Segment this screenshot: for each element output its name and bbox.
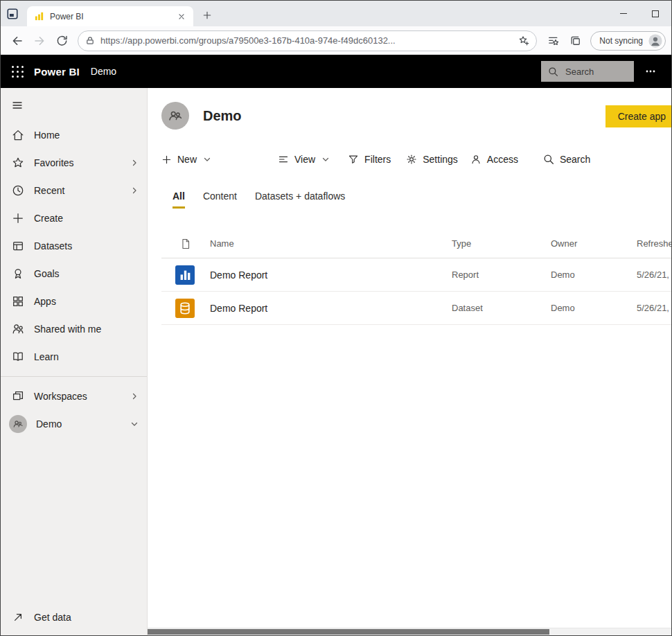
view-button[interactable]: View [278, 154, 330, 165]
back-button[interactable] [6, 30, 28, 52]
favorites-button[interactable] [542, 30, 564, 52]
minimize-button[interactable] [608, 1, 639, 26]
more-options-button[interactable] [635, 55, 666, 88]
hamburger-menu-button[interactable] [1, 95, 34, 116]
new-tab-button[interactable] [200, 8, 214, 22]
profile-avatar-icon [648, 33, 663, 48]
sidebar-item-label: Datasets [34, 240, 72, 251]
sidebar-item-label: Shared with me [34, 324, 101, 335]
sidebar-item-home[interactable]: Home [1, 121, 147, 149]
sidebar-item-current-workspace[interactable]: Demo [1, 410, 147, 438]
chevron-right-icon [130, 159, 139, 167]
sidebar-item-create[interactable]: Create [1, 204, 147, 232]
waffle-icon [12, 66, 24, 78]
tab-all[interactable]: All [173, 191, 185, 209]
row-type: Dataset [452, 303, 551, 313]
sidebar-item-apps[interactable]: Apps [1, 288, 147, 315]
powerbi-brand[interactable]: Power BI [34, 66, 80, 78]
table-row[interactable]: Demo Report Report Demo 5/26/21, [161, 258, 671, 292]
filters-button[interactable]: Filters [348, 154, 391, 165]
person-icon [470, 154, 481, 165]
row-name[interactable]: Demo Report [197, 303, 452, 314]
datasets-icon [11, 239, 25, 253]
app-launcher-button[interactable] [1, 55, 34, 88]
workspace-avatar [9, 415, 27, 433]
table-row[interactable]: Demo Report Dataset Demo 5/26/21, [161, 292, 671, 325]
access-button[interactable]: Access [470, 154, 518, 165]
sidebar-item-goals[interactable]: Goals [1, 260, 147, 288]
gear-icon [406, 154, 417, 165]
settings-button-label: Settings [423, 154, 458, 165]
sidebar-item-label: Home [34, 130, 60, 141]
collections-button[interactable] [564, 30, 586, 52]
content-table: Name Type Owner Refreshed Demo Report Re… [161, 229, 671, 325]
get-data-label: Get data [34, 612, 71, 623]
workspace-avatar [161, 102, 189, 130]
sync-status-label: Not syncing [599, 36, 643, 46]
sync-status-button[interactable]: Not syncing [590, 31, 666, 51]
powerbi-app-header: Power BI Demo [1, 55, 671, 88]
plus-icon [161, 154, 172, 165]
filters-button-label: Filters [364, 154, 391, 165]
home-icon [11, 128, 25, 142]
table-header-row: Name Type Owner Refreshed [161, 229, 671, 258]
people-icon [11, 322, 25, 336]
address-bar[interactable]: https://app.powerbi.com/groups/a79500e3-… [78, 30, 537, 51]
lock-icon[interactable] [85, 36, 95, 46]
powerbi-favicon [34, 11, 44, 21]
maximize-button[interactable] [639, 1, 671, 26]
settings-button[interactable]: Settings [406, 154, 458, 165]
sidebar-item-shared-with-me[interactable]: Shared with me [1, 315, 147, 343]
browser-tab[interactable]: Power BI [27, 6, 193, 26]
refresh-button[interactable] [51, 30, 73, 52]
sidebar-item-label: Apps [34, 296, 56, 307]
tab-close-icon[interactable] [175, 10, 188, 23]
star-icon [11, 156, 25, 170]
sidebar-item-favorites[interactable]: Favorites [1, 149, 147, 177]
apps-grid-icon [11, 294, 25, 308]
tab-content[interactable]: Content [203, 191, 237, 209]
sidebar-item-label: Goals [34, 268, 60, 279]
sidebar-item-workspaces[interactable]: Workspaces [1, 382, 147, 410]
row-owner: Demo [551, 270, 637, 280]
view-button-label: View [294, 154, 315, 165]
column-header-name[interactable]: Name [197, 238, 452, 249]
sidebar-item-recent[interactable]: Recent [1, 177, 147, 204]
tab-title: Power BI [50, 12, 175, 21]
toolbar-search-label: Search [560, 154, 590, 165]
workspace-title-row: Demo [161, 102, 671, 130]
hamburger-icon [11, 99, 24, 112]
tab-datasets-dataflows[interactable]: Datasets + dataflows [255, 191, 345, 209]
column-header-owner[interactable]: Owner [551, 238, 637, 249]
page-title: Demo [203, 108, 242, 124]
column-header-refreshed[interactable]: Refreshed [637, 238, 671, 249]
column-header-type[interactable]: Type [452, 238, 551, 249]
chevron-down-icon [321, 155, 330, 164]
toolbar-search-button[interactable]: Search [543, 154, 590, 165]
ellipsis-icon [644, 65, 657, 78]
content-tabs: All Content Datasets + dataflows [161, 191, 671, 209]
sidebar: Home Favorites Recent Create Datasets [1, 88, 148, 635]
new-button[interactable]: New [161, 154, 211, 165]
sidebar-item-label: Create [34, 213, 63, 224]
scrollbar-thumb[interactable] [148, 629, 549, 635]
chevron-right-icon [130, 186, 139, 195]
get-data-button[interactable]: Get data [11, 606, 71, 628]
header-search-box[interactable] [541, 61, 634, 82]
book-icon [11, 350, 25, 364]
add-favorite-icon[interactable] [518, 35, 529, 46]
workspaces-icon [11, 389, 25, 403]
access-button-label: Access [487, 154, 518, 165]
content-row: Home Favorites Recent Create Datasets [1, 88, 671, 635]
sidebar-item-datasets[interactable]: Datasets [1, 232, 147, 260]
window-app-icon[interactable] [5, 6, 20, 21]
search-icon [548, 67, 558, 77]
forward-button[interactable] [28, 30, 51, 52]
search-input[interactable] [564, 66, 627, 78]
document-icon [179, 238, 197, 250]
row-name[interactable]: Demo Report [197, 270, 452, 281]
new-button-label: New [177, 154, 197, 165]
sidebar-item-learn[interactable]: Learn [1, 343, 147, 371]
create-app-button[interactable]: Create app [605, 105, 671, 127]
horizontal-scrollbar[interactable] [148, 628, 671, 635]
